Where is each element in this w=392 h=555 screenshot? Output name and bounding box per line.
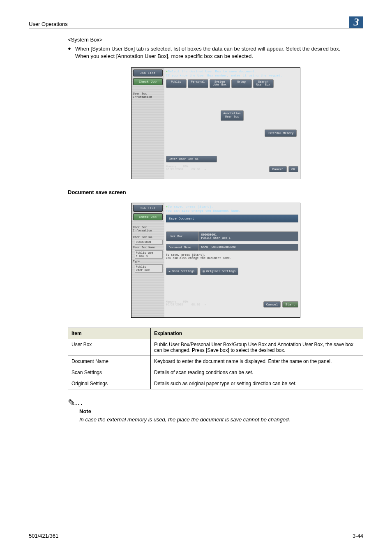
user-box-name-label: User Box Name (133, 246, 163, 250)
footer-left: 501/421/361 (29, 533, 58, 539)
tab-public[interactable]: Public (166, 79, 187, 88)
user-box-no-label: User Box No. (133, 236, 163, 239)
table-row: User Box Public User Box/Personal User B… (68, 339, 363, 356)
system-box-heading: <System Box> (68, 37, 363, 43)
note-label: Note (79, 408, 363, 414)
external-memory-button[interactable]: External Memory (265, 130, 296, 137)
user-box-info-label: User Box Information (133, 92, 163, 99)
hint-text: ✦Select the desired User Box to save doc… (166, 69, 298, 77)
start-button[interactable]: Start (282, 301, 298, 308)
cancel-button[interactable]: Cancel (263, 301, 281, 308)
screenshot-document-save: Job List Check Job User Box Information … (131, 203, 300, 318)
job-list-button[interactable]: Job List (133, 69, 163, 76)
memory-label: Memory 90% (166, 300, 189, 303)
memory-label: Memory 90% (166, 165, 189, 168)
user-box-no-value: 000000001 (135, 240, 163, 245)
job-list-button[interactable]: Job List (133, 205, 163, 212)
screenshot-system-box: Job List Check Job User Box Information … (131, 67, 300, 179)
document-save-screen-heading: Document save screen (68, 189, 363, 195)
check-job-button[interactable]: Check Job (133, 78, 163, 85)
user-box-info-label: User Box Information (133, 226, 163, 232)
user-box-field-value: 000000001Public user Box 1 (199, 231, 298, 242)
note-dots-icon: ... (75, 399, 83, 406)
hint-text: ✦To save, press [Start].You can also cha… (166, 205, 298, 213)
table-row: Original Settings Details such as origin… (68, 378, 363, 389)
note-icon: ✎ (68, 398, 75, 408)
user-box-field-label[interactable]: User Box (166, 231, 199, 242)
tab-personal[interactable]: Personal (188, 79, 208, 88)
type-label: Type (133, 260, 163, 264)
save-instructions: To save, press [Start]. You can also cha… (166, 253, 298, 260)
note-text: In case the external memory is used, the… (79, 416, 363, 423)
annotation-user-box-button[interactable]: Annotation User Box (220, 111, 243, 121)
scan-settings-button[interactable]: ✒ Scan Settings (166, 268, 198, 275)
document-name-field-value: SKMBT_50108062008290 (199, 244, 298, 250)
table-header-explanation: Explanation (151, 328, 363, 339)
footer-right: 3-44 (353, 533, 363, 539)
cancel-button[interactable]: Cancel (269, 166, 287, 172)
check-job-button[interactable]: Check Job (133, 213, 163, 220)
explanation-table: Item Explanation User Box Public User Bo… (68, 328, 363, 389)
chapter-number: 3 (349, 16, 363, 28)
original-settings-button[interactable]: ▤ Original Settings (200, 268, 239, 275)
enter-user-box-no-button[interactable]: Enter User Box No. (166, 156, 217, 162)
table-row: Document Name Keyboard to enter the docu… (68, 356, 363, 367)
bullet-text-1-sub: When you select [Annotation User Box], m… (75, 53, 363, 60)
table-header-item: Item (68, 328, 151, 339)
table-row: Scan Settings Details of scan reading co… (68, 367, 363, 378)
type-value: Public User Box (135, 264, 163, 273)
document-name-field-label[interactable]: Document Name (166, 244, 199, 250)
save-document-bar: Save Document (166, 215, 298, 222)
ok-button[interactable]: OK (288, 166, 298, 172)
running-head: User Operations (29, 21, 68, 27)
bullet-text-1: When [System User Box] tab is selected, … (75, 45, 363, 53)
tab-group[interactable]: Group (231, 79, 252, 88)
tab-search-user-box[interactable]: Search User Box (253, 79, 274, 88)
tab-system-user-box[interactable]: System User Box (210, 79, 230, 88)
bullet-icon: ● (68, 45, 75, 51)
user-box-name-value: Public use r Box 1 (135, 250, 163, 259)
